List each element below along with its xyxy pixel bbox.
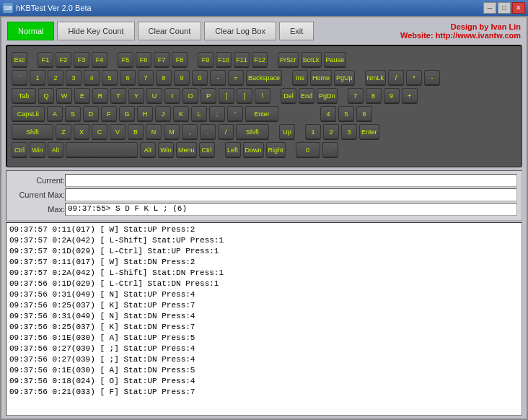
- key-rshift[interactable]: Shift: [236, 124, 269, 140]
- key-num7[interactable]: 7: [348, 88, 364, 104]
- key-0[interactable]: 0: [192, 70, 208, 86]
- key-down[interactable]: Down: [243, 142, 264, 158]
- key-8[interactable]: 8: [156, 70, 172, 86]
- key-pause[interactable]: Pause: [324, 52, 347, 68]
- key-k[interactable]: K: [173, 106, 189, 122]
- key-4[interactable]: 4: [84, 70, 100, 86]
- key-m[interactable]: M: [164, 124, 180, 140]
- key-slash[interactable]: /: [218, 124, 234, 140]
- key-num5[interactable]: 5: [338, 106, 354, 122]
- key-f6[interactable]: F6: [136, 52, 151, 68]
- key-q[interactable]: Q: [38, 88, 54, 104]
- key-s[interactable]: S: [65, 106, 81, 122]
- key-pgup[interactable]: PgUp: [334, 70, 355, 86]
- key-semicolon[interactable]: ;: [209, 106, 225, 122]
- key-f8[interactable]: F8: [172, 52, 188, 68]
- key-num4[interactable]: 4: [320, 106, 336, 122]
- key-v[interactable]: V: [110, 124, 126, 140]
- key-b[interactable]: B: [128, 124, 144, 140]
- key-l[interactable]: L: [191, 106, 207, 122]
- key-num1[interactable]: 1: [305, 124, 321, 140]
- clear-log-box-button[interactable]: Clear Log Box: [204, 22, 276, 40]
- key-del[interactable]: Del: [281, 88, 296, 104]
- window-controls[interactable]: ─ □ ✕: [483, 2, 525, 14]
- key-quote[interactable]: ': [227, 106, 243, 122]
- key-pgdn[interactable]: PgDn: [317, 88, 338, 104]
- key-menu[interactable]: Menu: [176, 142, 197, 158]
- key-ins[interactable]: Ins: [292, 70, 308, 86]
- key-space[interactable]: [66, 142, 138, 158]
- key-ralt[interactable]: Alt: [140, 142, 156, 158]
- maximize-button[interactable]: □: [498, 2, 511, 14]
- key-lbracket[interactable]: [: [219, 88, 234, 104]
- key-c[interactable]: C: [92, 124, 107, 140]
- key-n[interactable]: N: [146, 124, 162, 140]
- key-num0[interactable]: 0: [296, 142, 320, 158]
- key-right[interactable]: Right: [266, 142, 286, 158]
- key-numlk[interactable]: NmLk: [365, 70, 387, 86]
- key-f1[interactable]: F1: [38, 52, 53, 68]
- key-t[interactable]: T: [110, 88, 126, 104]
- exit-button[interactable]: Exit: [279, 22, 314, 40]
- key-d[interactable]: D: [83, 106, 99, 122]
- key-2[interactable]: 2: [48, 70, 63, 86]
- key-lalt[interactable]: Alt: [48, 142, 63, 158]
- key-num8[interactable]: 8: [366, 88, 382, 104]
- key-f[interactable]: F: [101, 106, 117, 122]
- key-a[interactable]: A: [47, 106, 63, 122]
- key-r[interactable]: R: [92, 88, 108, 104]
- key-i[interactable]: I: [164, 88, 180, 104]
- key-1[interactable]: 1: [30, 70, 45, 86]
- key-num2[interactable]: 2: [323, 124, 339, 140]
- key-numslash[interactable]: /: [388, 70, 404, 86]
- key-z[interactable]: Z: [56, 124, 71, 140]
- key-num9[interactable]: 9: [384, 88, 400, 104]
- key-backtick[interactable]: `: [12, 70, 27, 86]
- key-o[interactable]: O: [182, 88, 198, 104]
- key-u[interactable]: U: [146, 88, 162, 104]
- key-esc[interactable]: Esc: [12, 52, 27, 68]
- key-equals[interactable]: =: [228, 70, 244, 86]
- hide-key-count-button[interactable]: Hide Key Count: [57, 22, 134, 40]
- key-rctrl[interactable]: Ctrl: [199, 142, 215, 158]
- key-lctrl[interactable]: Ctrl: [12, 142, 27, 158]
- log-area[interactable]: 09:37:57 0:11(017) [ W] Stat:UP Press:20…: [6, 222, 522, 416]
- key-f9[interactable]: F9: [198, 52, 214, 68]
- key-tab[interactable]: Tab: [12, 88, 36, 104]
- key-prtsc[interactable]: PrScr: [278, 52, 299, 68]
- key-f7[interactable]: F7: [154, 52, 170, 68]
- key-numminus[interactable]: -: [424, 70, 440, 86]
- key-lwin[interactable]: Win: [30, 142, 45, 158]
- key-y[interactable]: Y: [128, 88, 144, 104]
- key-numdot[interactable]: .: [322, 142, 338, 158]
- key-up[interactable]: Up: [279, 124, 295, 140]
- key-f2[interactable]: F2: [56, 52, 71, 68]
- key-rwin[interactable]: Win: [158, 142, 174, 158]
- key-numenter[interactable]: Enter: [359, 124, 379, 140]
- key-minus[interactable]: -: [210, 70, 226, 86]
- key-home[interactable]: Home: [310, 70, 332, 86]
- close-button[interactable]: ✕: [512, 2, 525, 14]
- clear-count-button[interactable]: Clear Count: [138, 22, 202, 40]
- key-numstar[interactable]: *: [406, 70, 422, 86]
- key-p[interactable]: P: [201, 88, 216, 104]
- key-5[interactable]: 5: [102, 70, 118, 86]
- key-j[interactable]: J: [155, 106, 171, 122]
- key-backslash[interactable]: \: [255, 88, 270, 104]
- key-f10[interactable]: F10: [216, 52, 232, 68]
- key-num6[interactable]: 6: [356, 106, 372, 122]
- key-end[interactable]: End: [299, 88, 314, 104]
- key-f4[interactable]: F4: [92, 52, 107, 68]
- key-6[interactable]: 6: [120, 70, 136, 86]
- key-g[interactable]: G: [119, 106, 135, 122]
- key-f3[interactable]: F3: [74, 52, 89, 68]
- key-backspace[interactable]: Backspace: [246, 70, 282, 86]
- key-left[interactable]: Left: [225, 142, 241, 158]
- key-lshift[interactable]: Shift: [12, 124, 53, 140]
- key-numplus[interactable]: +: [402, 88, 418, 104]
- key-e[interactable]: E: [74, 88, 90, 104]
- normal-button[interactable]: Normal: [7, 22, 54, 40]
- key-num3[interactable]: 3: [341, 124, 357, 140]
- key-3[interactable]: 3: [66, 70, 82, 86]
- key-period[interactable]: .: [200, 124, 216, 140]
